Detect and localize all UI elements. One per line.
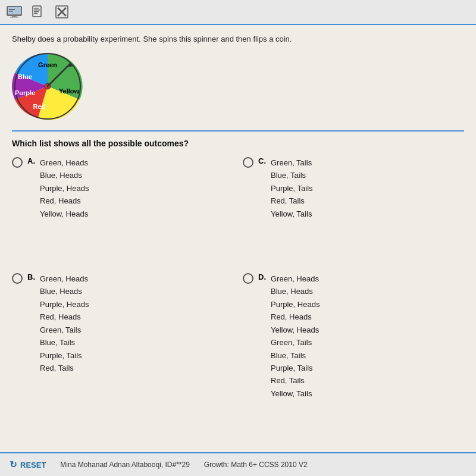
option-d-lines: Green, HeadsBlue, HeadsPurple, HeadsRed,… bbox=[271, 273, 320, 400]
svg-text:Green: Green bbox=[38, 61, 57, 68]
option-c: C. Green, TailsBlue, TailsPurple, TailsR… bbox=[243, 156, 464, 263]
bottom-bar: ↻ RESET Mina Mohanad Adnan Altabooqi, ID… bbox=[0, 452, 476, 476]
reset-label: RESET bbox=[20, 461, 46, 469]
problem-area: Shelby does a probability experiment. Sh… bbox=[12, 35, 464, 131]
radio-b[interactable] bbox=[12, 273, 23, 284]
toolbar bbox=[0, 0, 476, 25]
monitor-icon[interactable] bbox=[6, 5, 23, 18]
svg-rect-10 bbox=[34, 13, 37, 14]
option-a: A. Green, HeadsBlue, HeadsPurple, HeadsR… bbox=[12, 156, 233, 263]
svg-rect-7 bbox=[34, 8, 39, 9]
svg-rect-1 bbox=[12, 15, 17, 17]
option-b-content: B. Green, HeadsBlue, HeadsPurple, HeadsR… bbox=[27, 273, 89, 375]
option-a-label: A. bbox=[27, 156, 35, 220]
answers-grid: A. Green, HeadsBlue, HeadsPurple, HeadsR… bbox=[12, 156, 464, 443]
main-content: Shelby does a probability experiment. Sh… bbox=[0, 25, 476, 452]
reset-button[interactable]: ↻ RESET bbox=[10, 459, 46, 470]
option-a-lines: Green, HeadsBlue, HeadsPurple, HeadsRed,… bbox=[40, 156, 89, 220]
option-b: B. Green, HeadsBlue, HeadsPurple, HeadsR… bbox=[12, 273, 233, 443]
option-d: D. Green, HeadsBlue, HeadsPurple, HeadsR… bbox=[243, 273, 464, 443]
reset-icon: ↻ bbox=[10, 459, 17, 470]
document-icon[interactable] bbox=[30, 5, 46, 18]
radio-c[interactable] bbox=[243, 157, 253, 168]
svg-text:Purple: Purple bbox=[15, 89, 35, 96]
svg-text:Yellow: Yellow bbox=[59, 87, 80, 95]
svg-rect-4 bbox=[9, 9, 15, 10]
svg-rect-9 bbox=[34, 11, 39, 12]
svg-rect-8 bbox=[34, 10, 40, 11]
course-info: Growth: Math 6+ CCSS 2010 V2 bbox=[204, 461, 308, 469]
svg-rect-2 bbox=[10, 17, 18, 18]
problem-text: Shelby does a probability experiment. Sh… bbox=[12, 35, 464, 43]
spinner: Green Yellow Red Purple Blue bbox=[12, 51, 83, 122]
option-b-label: B. bbox=[27, 273, 35, 375]
option-c-lines: Green, TailsBlue, TailsPurple, TailsRed,… bbox=[271, 156, 313, 220]
svg-text:Blue: Blue bbox=[18, 73, 32, 80]
option-c-label: C. bbox=[258, 156, 266, 220]
option-a-content: A. Green, HeadsBlue, HeadsPurple, HeadsR… bbox=[27, 156, 89, 220]
user-info: Mina Mohanad Adnan Altabooqi, ID#**29 bbox=[60, 461, 190, 469]
spinner-container: Green Yellow Red Purple Blue bbox=[12, 51, 464, 122]
radio-a[interactable] bbox=[12, 157, 23, 168]
question-text: Which list shows all the possible outcom… bbox=[12, 139, 464, 148]
option-c-content: C. Green, TailsBlue, TailsPurple, TailsR… bbox=[258, 156, 313, 220]
option-d-content: D. Green, HeadsBlue, HeadsPurple, HeadsR… bbox=[258, 273, 320, 400]
svg-text:Red: Red bbox=[33, 103, 46, 110]
option-b-lines: Green, HeadsBlue, HeadsPurple, HeadsRed,… bbox=[40, 273, 89, 375]
close-icon[interactable] bbox=[54, 5, 70, 18]
option-d-label: D. bbox=[258, 273, 266, 400]
svg-rect-5 bbox=[9, 11, 13, 12]
radio-d[interactable] bbox=[243, 273, 253, 284]
